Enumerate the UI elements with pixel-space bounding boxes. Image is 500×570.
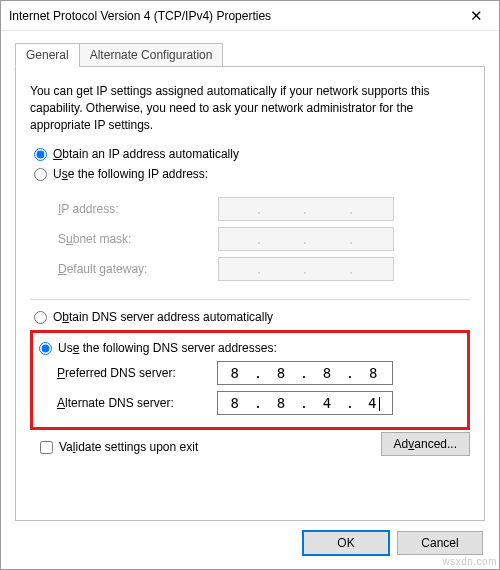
dialog-window: Internet Protocol Version 4 (TCP/IPv4) P… [0,0,500,570]
radio-dns-auto[interactable] [34,311,47,324]
dns-highlight-box: Use the following DNS server addresses: … [30,330,470,430]
row-ip-address: IP address: ... [30,197,470,221]
row-subnet-mask: Subnet mask: ... [30,227,470,251]
titlebar: Internet Protocol Version 4 (TCP/IPv4) P… [1,1,499,31]
close-icon: ✕ [470,7,483,25]
radio-dns-auto-row[interactable]: Obtain DNS server address automatically [34,310,470,324]
input-preferred-dns[interactable]: 8. 8. 8. 8 [217,361,393,385]
label-alternate-dns: Alternate DNS server: [57,396,217,410]
radio-ip-auto-row[interactable]: Obtain an IP address automatically [34,147,470,161]
label-preferred-dns: Preferred DNS server: [57,366,217,380]
input-subnet-mask: ... [218,227,394,251]
tab-body-general: You can get IP settings assigned automat… [15,66,485,521]
row-alternate-dns: Alternate DNS server: 8. 8. 4. 4 [39,391,461,415]
window-title: Internet Protocol Version 4 (TCP/IPv4) P… [9,9,453,23]
row-default-gateway: Default gateway: ... [30,257,470,281]
radio-ip-manual[interactable] [34,168,47,181]
input-ip-address: ... [218,197,394,221]
text-caret [379,397,380,411]
intro-text: You can get IP settings assigned automat… [30,83,470,133]
radio-dns-auto-label: Obtain DNS server address automatically [53,310,273,324]
ip-fields-group: IP address: ... Subnet mask: ... Default… [30,187,470,300]
label-subnet-mask: Subnet mask: [58,232,218,246]
checkbox-validate[interactable] [40,441,53,454]
radio-ip-manual-row[interactable]: Use the following IP address: [34,167,470,181]
row-preferred-dns: Preferred DNS server: 8. 8. 8. 8 [39,361,461,385]
radio-dns-manual[interactable] [39,342,52,355]
input-default-gateway: ... [218,257,394,281]
watermark: wsxdn.com [442,556,497,567]
radio-ip-auto-label: Obtain an IP address automatically [53,147,239,161]
dialog-buttons: OK Cancel [15,521,485,555]
tab-strip: General Alternate Configuration [15,43,485,67]
input-alternate-dns[interactable]: 8. 8. 4. 4 [217,391,393,415]
close-button[interactable]: ✕ [453,1,499,31]
cancel-button[interactable]: Cancel [397,531,483,555]
label-default-gateway: Default gateway: [58,262,218,276]
tab-alternate-configuration[interactable]: Alternate Configuration [79,43,224,67]
label-ip-address: IP address: [58,202,218,216]
advanced-button[interactable]: Advanced... [381,432,470,456]
validate-label: Validate settings upon exit [59,440,198,454]
radio-ip-auto[interactable] [34,148,47,161]
tab-general[interactable]: General [15,43,80,67]
client-area: General Alternate Configuration You can … [1,31,499,569]
radio-dns-manual-label: Use the following DNS server addresses: [58,341,277,355]
radio-dns-manual-row[interactable]: Use the following DNS server addresses: [39,341,461,355]
ok-button[interactable]: OK [303,531,389,555]
radio-ip-manual-label: Use the following IP address: [53,167,208,181]
